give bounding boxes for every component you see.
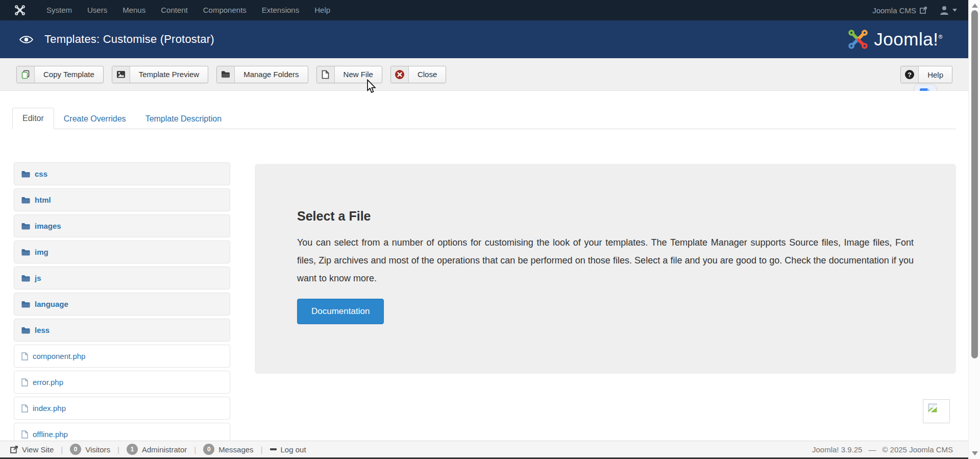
folder-label: language: [35, 300, 68, 308]
image-icon: [112, 66, 130, 83]
help-label: Help: [919, 66, 952, 83]
folder-icon: [21, 171, 30, 178]
documentation-button[interactable]: Documentation: [297, 299, 384, 324]
copy-template-button[interactable]: Copy Template: [16, 66, 104, 83]
folder-icon: [21, 223, 30, 230]
menu-help[interactable]: Help: [307, 0, 338, 20]
copyright-label: © 2025 Joomla CMS: [882, 445, 953, 454]
template-file-tree: css html images img js language: [14, 162, 230, 449]
visitors-badge: 0: [70, 444, 81, 455]
folder-label: less: [35, 326, 50, 334]
scrollbar-thumb[interactable]: [971, 10, 978, 358]
joomla-admin-page: System Users Menus Content Components Ex…: [0, 0, 968, 459]
view-site-icon: [10, 446, 18, 453]
administrator-counter[interactable]: 1 Administrator: [127, 444, 187, 455]
menu-users[interactable]: Users: [80, 0, 115, 20]
user-icon: [939, 5, 949, 15]
folder-label: js: [35, 274, 41, 282]
site-name-label: Joomla CMS: [872, 6, 916, 15]
file-icon: [21, 378, 28, 386]
manage-folders-button[interactable]: Manage Folders: [216, 66, 308, 83]
admin-menu-bar: System Users Menus Content Components Ex…: [0, 0, 968, 20]
tab-create-overrides[interactable]: Create Overrides: [54, 109, 136, 129]
folder-icon: [217, 66, 235, 83]
separator: |: [61, 445, 63, 454]
broken-image-icon: [927, 403, 939, 414]
logout-icon: [270, 448, 277, 450]
scrollbar-up-arrow[interactable]: [972, 4, 978, 8]
template-preview-label: Template Preview: [130, 66, 208, 83]
folder-label: html: [35, 196, 51, 204]
folder-label: images: [35, 222, 61, 230]
messages-counter[interactable]: 0 Messages: [203, 444, 253, 455]
administrator-label: Administrator: [142, 445, 187, 454]
file-icon: [21, 404, 28, 413]
eye-icon: [19, 35, 33, 44]
joomla-mono-logo-icon: [14, 5, 26, 16]
file-label: error.php: [33, 378, 63, 386]
version-label: Joomla! 3.9.25: [812, 445, 862, 454]
tree-folder-language[interactable]: language: [14, 293, 230, 316]
brand-text: Joomla!®: [874, 29, 943, 50]
file-label: index.php: [33, 404, 66, 413]
folder-icon: [21, 249, 30, 256]
tab-template-description[interactable]: Template Description: [136, 109, 231, 129]
new-file-label: New File: [335, 66, 382, 83]
separator: |: [194, 445, 196, 454]
version-dash: —: [868, 445, 876, 454]
close-label: Close: [409, 66, 446, 83]
tree-folder-img[interactable]: img: [14, 240, 230, 263]
toolbar: Copy Template Template Preview Manage Fo…: [0, 58, 968, 91]
panel-description: You can select from a number of options …: [297, 234, 914, 287]
view-site-label: View Site: [22, 445, 54, 454]
tree-folder-css[interactable]: css: [14, 162, 230, 185]
file-icon: [21, 430, 28, 439]
admin-menu: System Users Menus Content Components Ex…: [39, 0, 338, 20]
page-title: Templates: Customise (Protostar): [44, 33, 214, 46]
page-header: Templates: Customise (Protostar) Joomla!…: [0, 20, 968, 58]
svg-text:?: ?: [908, 71, 912, 79]
new-file-icon: [317, 66, 335, 83]
site-name-link[interactable]: Joomla CMS: [872, 6, 927, 15]
administrator-badge: 1: [127, 444, 138, 455]
tree-file-error-php[interactable]: error.php: [14, 371, 230, 394]
view-site-link[interactable]: View Site: [10, 445, 54, 454]
tree-folder-html[interactable]: html: [14, 188, 230, 211]
folder-icon: [21, 327, 30, 334]
menu-system[interactable]: System: [39, 0, 80, 20]
tree-file-component-php[interactable]: component.php: [14, 345, 230, 368]
new-file-button[interactable]: New File: [316, 66, 382, 83]
manage-folders-label: Manage Folders: [235, 66, 307, 83]
user-menu[interactable]: [939, 5, 957, 15]
chevron-down-icon: [952, 9, 957, 12]
topbar-right: Joomla CMS: [872, 5, 968, 15]
file-label: offline.php: [33, 430, 68, 439]
help-button[interactable]: ? Help: [900, 66, 952, 83]
template-preview-button[interactable]: Template Preview: [112, 66, 208, 83]
status-bar: View Site | 0 Visitors | 1 Administrator…: [0, 441, 968, 457]
external-link-icon: [920, 7, 927, 14]
menu-components[interactable]: Components: [195, 0, 254, 20]
folder-icon: [21, 301, 30, 308]
logout-link[interactable]: Log out: [270, 445, 306, 454]
tree-folder-less[interactable]: less: [14, 319, 230, 342]
menu-menus[interactable]: Menus: [115, 0, 153, 20]
joomla-brand: Joomla!®: [847, 29, 943, 50]
select-file-panel: Select a File You can select from a numb…: [255, 164, 956, 374]
tree-folder-images[interactable]: images: [14, 214, 230, 237]
visitors-label: Visitors: [85, 445, 110, 454]
folder-icon: [21, 275, 30, 282]
menu-extensions[interactable]: Extensions: [254, 0, 307, 20]
scrollbar-down-arrow[interactable]: [972, 451, 978, 455]
folder-icon: [21, 197, 30, 204]
tree-file-index-php[interactable]: index.php: [14, 397, 230, 420]
menu-content[interactable]: Content: [153, 0, 195, 20]
joomla-logo-icon: [847, 29, 869, 50]
tree-folder-js[interactable]: js: [14, 267, 230, 289]
file-label: component.php: [33, 352, 85, 360]
tab-editor[interactable]: Editor: [12, 108, 54, 129]
separator: |: [117, 445, 119, 454]
close-button[interactable]: Close: [390, 66, 446, 83]
copy-template-label: Copy Template: [35, 66, 103, 83]
visitors-counter[interactable]: 0 Visitors: [70, 444, 110, 455]
